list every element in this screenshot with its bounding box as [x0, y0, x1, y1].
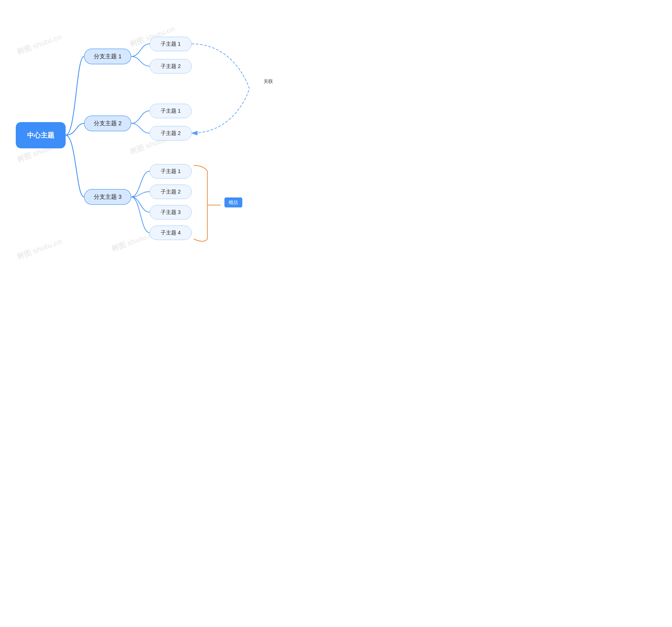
sub-node-b3-3[interactable]: 子主题 3 [150, 205, 192, 219]
gaikuo-label[interactable]: 概括 [224, 198, 242, 207]
watermark: 树图 shutu.cn [16, 31, 64, 57]
watermark: 树图 shutu.cn [16, 236, 64, 262]
sub-node-b2-1-label: 子主题 1 [161, 108, 181, 115]
sub-node-b3-1-label: 子主题 1 [161, 168, 181, 175]
sub-node-b2-1[interactable]: 子主题 1 [150, 104, 192, 118]
guanlian-label: 关联 [264, 78, 273, 85]
sub-node-b3-2-label: 子主题 2 [161, 188, 181, 195]
sub-node-b1-2[interactable]: 子主题 2 [150, 59, 192, 73]
sub-node-b1-1-label: 子主题 1 [161, 41, 181, 48]
branch-node-1[interactable]: 分支主题 1 [84, 49, 131, 64]
sub-node-b1-2-label: 子主题 2 [161, 63, 181, 70]
sub-node-b3-1[interactable]: 子主题 1 [150, 164, 192, 179]
mind-map: 树图 shutu.cn 树图 shutu.cn 树图 shutu.cn 树图 s… [0, 0, 297, 278]
sub-node-b3-4[interactable]: 子主题 4 [150, 226, 192, 240]
sub-node-b2-2[interactable]: 子主题 2 [150, 126, 192, 140]
sub-node-b3-3-label: 子主题 3 [161, 209, 181, 216]
branch-node-2[interactable]: 分支主题 2 [84, 116, 131, 131]
center-node[interactable]: 中心主题 [16, 122, 66, 148]
center-node-label: 中心主题 [27, 131, 54, 140]
sub-node-b1-1[interactable]: 子主题 1 [150, 37, 192, 51]
branch-3-label: 分支主题 3 [94, 193, 122, 201]
sub-node-b2-2-label: 子主题 2 [161, 130, 181, 137]
branch-node-3[interactable]: 分支主题 3 [84, 189, 131, 205]
sub-node-b3-4-label: 子主题 4 [161, 229, 181, 236]
branch-2-label: 分支主题 2 [94, 119, 122, 127]
branch-1-label: 分支主题 1 [94, 52, 122, 61]
sub-node-b3-2[interactable]: 子主题 2 [150, 185, 192, 199]
